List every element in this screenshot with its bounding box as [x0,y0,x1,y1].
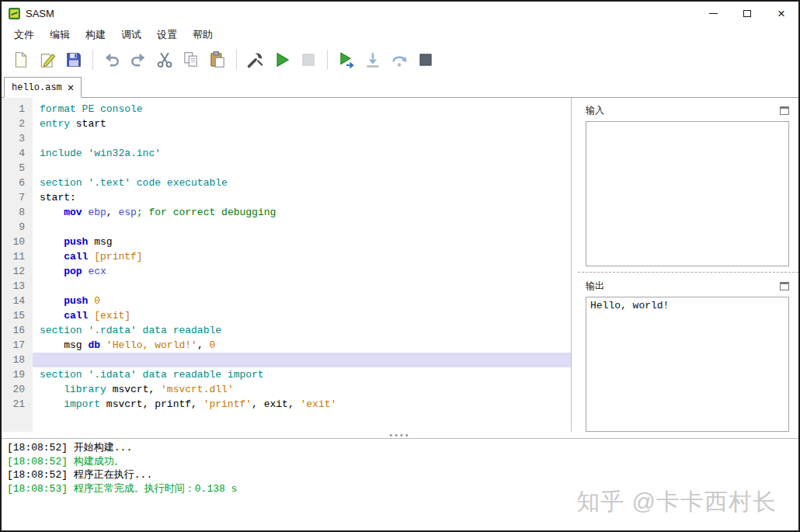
line-number: 18 [2,353,25,367]
code-token: msvcrt [113,384,149,395]
menu-edit[interactable]: 编辑 [42,25,78,45]
code-token: esp [118,207,136,218]
undo-button[interactable] [100,48,123,71]
window-controls: × [696,2,798,25]
cut-button[interactable] [153,48,176,71]
io-panel-splitter[interactable] [578,272,798,273]
code-token: , exit, [252,398,300,410]
new-file-button[interactable] [9,48,33,71]
log-line: [18:08:53] 程序正常完成。执行时间：0.138 s [7,482,793,496]
code-token: section '.idata' data readable import [40,369,264,381]
code-token: msg [64,339,88,351]
code-token [40,398,64,410]
code-token: , [197,339,210,351]
code-line-19[interactable]: section '.idata' data readable import [33,367,571,382]
menu-debug[interactable]: 调试 [113,25,149,45]
code-line-12[interactable]: pop ecx [33,264,571,279]
code-token [40,266,64,277]
program-output[interactable]: Hello, world! [586,297,789,432]
code-line-13[interactable] [33,279,571,294]
paste-button[interactable] [206,48,229,71]
code-token: call [64,310,94,322]
code-line-20[interactable]: library msvcrt, 'msvcrt.dll' [33,382,571,397]
code-token: ecx [88,266,106,277]
minimize-button[interactable] [696,2,730,25]
build-button[interactable] [244,48,267,71]
code-line-6[interactable]: section '.text' code executable [33,176,571,190]
open-file-button[interactable] [36,48,59,71]
step-into-button[interactable] [361,48,384,71]
line-number: 11 [2,249,25,264]
toolbar [2,45,798,75]
code-token [40,310,64,322]
code-line-5[interactable] [33,161,571,176]
window-title: SASM [26,8,54,19]
code-token: 'printf' [203,398,252,410]
title-bar: SASM × [2,2,798,25]
detach-output-icon[interactable] [780,282,789,290]
output-panel-label: 输出 [586,280,604,293]
debug-button[interactable] [335,48,358,71]
code-token [40,236,64,248]
menu-bar: 文件编辑构建调试设置帮助 [2,25,798,45]
maximize-button[interactable] [730,2,764,25]
code-line-7[interactable]: start: [33,190,571,205]
line-number: 15 [2,308,25,323]
code-area[interactable]: format PE consoleentry start include 'wi… [33,98,571,432]
code-line-21[interactable]: import msvcrt, printf, 'printf', exit, '… [33,397,571,412]
step-over-button[interactable] [388,48,411,71]
toolbar-separator [236,50,237,70]
toolbar-separator [327,50,328,70]
program-input[interactable] [586,121,789,266]
redo-button[interactable] [127,48,150,71]
vertical-splitter[interactable] [572,98,578,432]
tab-hello-asm[interactable]: hello.asm ✕ [4,77,82,98]
line-number: 7 [2,190,25,205]
code-line-2[interactable]: entry start [33,116,571,131]
debug-stop-button[interactable] [414,48,437,71]
stop-button[interactable] [297,48,320,71]
code-line-1[interactable]: format PE console [33,102,571,116]
menu-build[interactable]: 构建 [78,25,113,45]
code-editor[interactable]: 123456789101112131415161718192021 format… [2,98,572,432]
save-button[interactable] [62,48,85,71]
close-button[interactable]: × [764,2,798,25]
line-number: 17 [2,338,25,353]
line-number: 3 [2,131,25,146]
code-token: [exit] [94,310,130,322]
menu-settings[interactable]: 设置 [149,25,185,45]
code-line-14[interactable]: push 0 [33,294,571,308]
code-token: , [106,207,119,218]
code-line-10[interactable]: push msg [33,235,571,249]
code-token: , [148,384,161,395]
code-token: mov [64,207,88,218]
log-line: [18:08:52] 构建成功。 [7,455,793,469]
menu-help[interactable]: 帮助 [185,25,221,45]
code-line-9[interactable] [33,220,571,235]
log-line: [18:08:52] 开始构建... [7,441,793,455]
code-line-16[interactable]: section '.rdata' data readable [33,323,571,338]
line-number: 13 [2,279,25,294]
code-line-4[interactable]: include 'win32a.inc' [33,146,571,161]
menu-file[interactable]: 文件 [6,25,42,45]
detach-input-icon[interactable] [780,106,789,115]
code-token: 'exit' [301,398,337,410]
code-line-17[interactable]: msg db 'Hello, world!', 0 [33,338,571,353]
horizontal-splitter[interactable]: •••• [2,432,798,438]
minimize-icon [709,13,718,14]
code-line-18[interactable] [33,353,571,367]
toolbar-separator [92,50,93,70]
code-line-8[interactable]: mov ebp, esp; for correct debugging [33,205,571,220]
code-line-11[interactable]: call [printf] [33,249,571,264]
line-number: 8 [2,205,25,220]
splitter-handle-icon: •••• [389,433,410,436]
code-token: 'Hello, world!' [106,339,197,351]
code-line-15[interactable]: call [exit] [33,308,571,323]
code-line-3[interactable] [33,131,571,146]
code-token: [printf] [94,251,142,263]
input-panel-label: 输入 [586,104,604,117]
copy-button[interactable] [179,48,203,71]
tab-close-icon[interactable]: ✕ [68,82,74,93]
run-button[interactable] [270,48,294,71]
code-token: pop [64,266,88,277]
